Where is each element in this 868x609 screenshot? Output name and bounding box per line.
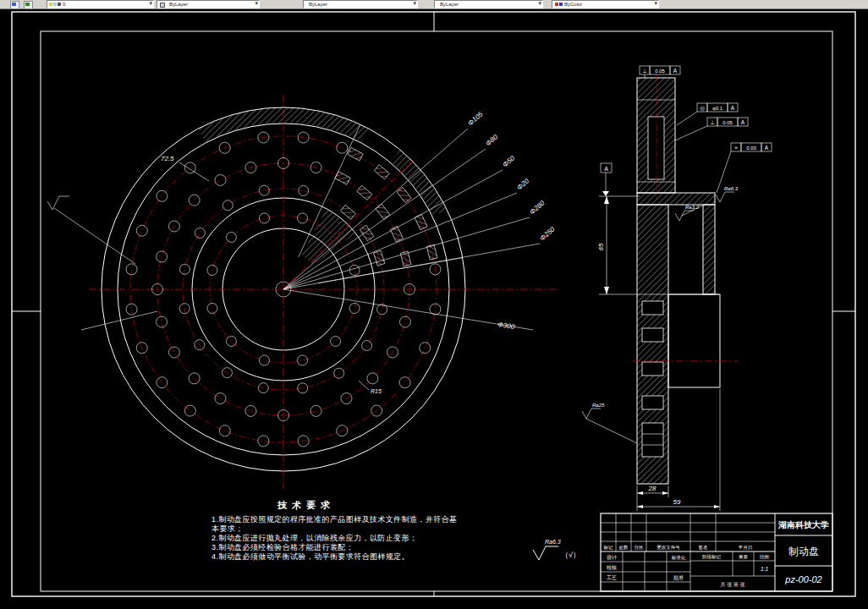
bolt-hole	[331, 337, 341, 347]
datum-symbol: A	[601, 163, 612, 196]
bolt-hole	[349, 304, 360, 314]
school-name: 湖南科技大学	[777, 520, 829, 529]
staff-label: 设计	[607, 554, 617, 560]
vent-slot	[374, 165, 389, 179]
bolt-hole	[189, 195, 200, 206]
side-pocket	[668, 294, 720, 387]
angle-label: 72.5	[161, 155, 174, 162]
vent-slot	[335, 172, 350, 184]
dim-label: Φ280	[528, 199, 546, 216]
tolerance-symbol: ⌖	[734, 145, 738, 151]
rev-header: 签名	[699, 545, 708, 551]
weight-label: 重量	[739, 554, 749, 559]
general-roughness-note: Ra6.3 （√）	[533, 539, 580, 560]
tech-requirement-item: 2.制动盘应进行抛丸处理，以消除残余应力，以防止变形；	[212, 534, 459, 543]
dim-label: Φ50	[501, 154, 516, 168]
dim-label: Φ250	[538, 225, 556, 242]
vent-slot	[373, 250, 385, 266]
tolerance-datum: A	[765, 145, 769, 151]
dim-label: Φ105	[466, 110, 484, 127]
roughness-label: Ra6.3	[724, 186, 739, 191]
technical-requirements: 技术要求 1.制动盘应按照规定的程序批准的产品图样及技术文件制造，并符合基本要求…	[212, 499, 459, 562]
roughness-symbol-bottom-left: Ra25	[582, 403, 637, 443]
general-roughness-label: Ra6.3	[545, 539, 561, 545]
grid-icon[interactable]	[10, 1, 19, 9]
vent-slot	[340, 205, 355, 219]
tech-requirement-item: 4.制动盘必须做动平衡试验，动平衡要求符合图样规定。	[212, 552, 459, 562]
toolbar: 0 ▾ ByLayer ▾ ByLayer ▾ ByLayer ▾ ByColo…	[0, 0, 868, 9]
rev-header: 标记	[603, 545, 614, 551]
tolerance-datum: A	[731, 105, 735, 111]
dim-label: Φ80	[484, 133, 499, 147]
staff-label: 批准	[673, 575, 684, 581]
dim-label: Φ300	[497, 321, 516, 331]
bolt-hole	[215, 174, 226, 185]
layer-dropdown[interactable]: 0 ▾	[47, 0, 154, 8]
scale-label: 比例	[760, 554, 769, 560]
dim-label: Φ20	[515, 177, 530, 191]
linetype-value: ByLayer	[309, 1, 327, 8]
rev-header: 分区	[635, 545, 645, 550]
bolt-hole	[168, 347, 179, 358]
roughness-symbol-left	[47, 196, 135, 264]
tolerance-value: φ0.1	[712, 106, 723, 111]
radius-label: R15	[371, 388, 382, 394]
vent-slot-pattern	[335, 147, 437, 266]
stage-label: 阶段标记	[702, 554, 722, 560]
bolt-hole	[126, 264, 137, 275]
bolt-hole	[299, 185, 309, 195]
vent-slot	[390, 227, 403, 242]
vent-slot	[360, 225, 373, 240]
tech-requirement-item: 3.制动盘必须经检验合格才能进行装配；	[212, 543, 459, 552]
tech-requirements-title: 技术要求	[277, 499, 459, 512]
tolerance-symbol: ⊥	[642, 68, 647, 74]
roughness-symbol-right: Ra6.3	[716, 186, 739, 202]
chevron-down-icon: ▾	[538, 0, 541, 7]
bolt-hole	[298, 213, 308, 223]
rev-header: 年月日	[739, 545, 753, 551]
bolt-hole	[258, 436, 269, 447]
chevron-down-icon: ▾	[654, 0, 657, 7]
cad-application: { "toolbar": { "field1": "0", "field2": …	[0, 0, 868, 609]
color-value: ByLayer	[169, 1, 188, 8]
bolt-hole	[226, 337, 236, 347]
bolt-hole	[259, 185, 269, 195]
layers-icon[interactable]	[24, 1, 33, 9]
bolt-hole	[259, 355, 269, 365]
bolt-hole	[184, 405, 195, 416]
section-hatch-areas	[198, 107, 463, 289]
plotstyle-dropdown[interactable]: ByColor ▾	[552, 0, 659, 8]
dim-height-label: 65	[597, 243, 605, 250]
vent-slot	[397, 187, 411, 202]
bolt-hole	[157, 316, 168, 327]
dim-width-outer-label: 59	[673, 498, 681, 506]
chevron-down-icon: ▾	[413, 0, 416, 7]
bore-window	[648, 117, 664, 179]
chevron-down-icon: ▾	[149, 0, 152, 7]
linetype-dropdown[interactable]: ByLayer ▾	[303, 0, 418, 8]
tolerance-datum: A	[673, 68, 678, 74]
roughness-label: Ra3.2	[685, 205, 700, 210]
tolerance-value: 0.05	[722, 120, 733, 125]
bolt-hole	[157, 377, 168, 388]
color-dropdown[interactable]: ByLayer ▾	[157, 0, 260, 8]
rev-header: 更改文件号	[656, 545, 680, 550]
lineweight-dropdown[interactable]: ByLayer ▾	[434, 0, 543, 8]
tolerance-value: 0.03	[746, 145, 756, 151]
roughness-symbol-mid: Ra3.2	[675, 205, 702, 221]
rev-header: 处数	[619, 545, 629, 551]
vent-slot	[348, 147, 363, 160]
bolt-hole	[136, 225, 147, 236]
title-block: 标记 处数 分区 更改文件号 签名 年月日 设计 校核 工艺 标准化 批准 阶段…	[601, 513, 832, 591]
plotstyle-value: ByColor	[564, 1, 582, 8]
chevron-down-icon: ▾	[255, 0, 258, 7]
general-roughness-paren: （√）	[561, 551, 580, 559]
tolerance-value: 0.05	[655, 69, 665, 74]
scale-value: 1:1	[761, 566, 768, 572]
bolt-hole	[399, 377, 410, 388]
dim-width-inner-label: 28	[648, 485, 656, 492]
bolt-hole	[179, 264, 190, 274]
lineweight-value: ByLayer	[440, 1, 459, 8]
bolt-hole	[334, 368, 344, 378]
bolt-hole	[310, 405, 321, 416]
